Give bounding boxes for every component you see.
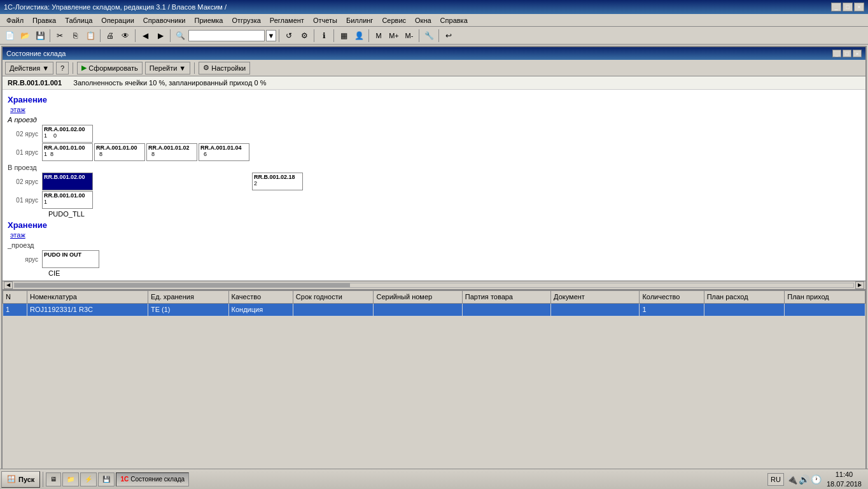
menu-references[interactable]: Справочники (139, 16, 190, 25)
print-btn[interactable]: 🖨 (103, 29, 117, 43)
menu-billing[interactable]: Биллинг (342, 16, 377, 25)
cells-a-02: RR.A.001.02.00 1 0 (42, 125, 93, 143)
minimize-btn[interactable]: _ (831, 3, 841, 11)
info-btn[interactable]: ℹ (317, 29, 331, 43)
taskbar-task-4[interactable]: 💾 (98, 472, 115, 486)
cut-btn[interactable]: ✂ (53, 29, 67, 43)
cells-b-02: RR.B.001.02.00 RR.B.001.02.18 2 (42, 173, 303, 190)
scroll-left-btn[interactable]: ◀ (4, 281, 13, 289)
grid-btn[interactable]: ▦ (337, 29, 351, 43)
settings-btn[interactable]: ⚙ Настройки (199, 62, 250, 74)
col-serial[interactable]: Серийный номер (374, 290, 462, 303)
win-close-btn[interactable]: × (853, 50, 862, 57)
users-btn[interactable]: 👤 (352, 29, 366, 43)
forward-btn[interactable]: ▶ (153, 29, 167, 43)
win-minimize-btn[interactable]: _ (832, 50, 841, 57)
menu-operations[interactable]: Операции (97, 16, 137, 25)
menu-file[interactable]: Файл (3, 16, 27, 25)
map-hscrollbar[interactable]: ◀ ▶ (3, 281, 865, 290)
scroll-right-btn[interactable]: ▶ (855, 281, 864, 289)
menu-service[interactable]: Сервис (378, 16, 410, 25)
start-button[interactable]: 🪟 Пуск (1, 471, 40, 488)
search-input[interactable] (188, 30, 265, 41)
sep1 (50, 29, 50, 42)
col-plan-expense[interactable]: План расход (704, 290, 785, 303)
menu-receiving[interactable]: Приемка (190, 16, 227, 25)
m-btn[interactable]: M (372, 29, 386, 43)
maximize-btn[interactable]: □ (843, 3, 853, 11)
col-quantity[interactable]: Количество (640, 290, 704, 303)
col-expiry[interactable]: Срок годности (293, 290, 374, 303)
cell-RRA00101002[interactable]: RR.A.001.01.00 8 (94, 143, 145, 161)
wrench-btn[interactable]: 🔧 (422, 29, 436, 43)
cell-RRB00101001[interactable]: RR.B.001.01.00 1 (42, 191, 93, 209)
tier-c-label: ярус (10, 256, 42, 263)
form-btn[interactable]: ▶ Сформировать (77, 62, 143, 74)
copy-btn[interactable]: ⎘ (68, 29, 82, 43)
cell-RRA00101001[interactable]: RR.A.001.01.00 1 8 (42, 143, 93, 161)
actions-btn[interactable]: Действия ▼ (5, 62, 53, 74)
network-icon: 🔌 (787, 474, 797, 485)
goto-btn[interactable]: Перейти ▼ (145, 62, 190, 74)
cell-RRB00102018[interactable]: RR.B.001.02.18 2 (252, 173, 303, 190)
sep7 (333, 29, 334, 42)
menu-reports[interactable]: Отчеты (309, 16, 341, 25)
taskbar-task-2[interactable]: 📁 (62, 472, 79, 486)
section-title-2: Хранение (8, 220, 863, 230)
pudo-tll-label: PUDO_TLL (10, 210, 863, 218)
lang-indicator[interactable]: RU (767, 473, 784, 486)
sep6 (314, 29, 314, 42)
settings-icon: ⚙ (203, 64, 209, 72)
taskbar-task-1[interactable]: 🖥 (46, 472, 61, 486)
col-nomenclature[interactable]: Номенклатура (27, 290, 148, 303)
undo-btn[interactable]: ↩ (442, 29, 456, 43)
filter-btn[interactable]: ⚙ (297, 29, 311, 43)
cell-RRA00101003[interactable]: RR.A.001.01.02 8 (146, 143, 197, 161)
menu-shipping[interactable]: Отгрузка (228, 16, 265, 25)
cell-RRB00102001-selected[interactable]: RR.B.001.02.00 (42, 173, 93, 190)
tier-a-02-label: 02 ярус (10, 131, 42, 138)
menu-windows[interactable]: Окна (411, 16, 435, 25)
floor-label-2[interactable]: этаж (10, 231, 863, 239)
mminus-btn[interactable]: M- (402, 29, 416, 43)
new-btn[interactable]: 📄 (3, 29, 17, 43)
cell-reference: RR.B.001.01.001 (8, 79, 62, 87)
open-btn[interactable]: 📂 (18, 29, 32, 43)
taskbar-sep (43, 472, 43, 487)
cell-n: 1 (3, 303, 27, 316)
menu-regulation[interactable]: Регламент (266, 16, 308, 25)
table-row[interactable]: 1 ROJ1192331/1 R3C ТЕ (1) Кондиция 1 (3, 303, 865, 316)
help-btn[interactable]: ? (56, 62, 69, 74)
search-dropdown[interactable]: ▼ (266, 30, 276, 41)
col-storage-unit[interactable]: Ед. хранения (148, 290, 228, 303)
col-quality[interactable]: Качество (228, 290, 293, 303)
scroll-track[interactable] (14, 283, 854, 288)
back-btn[interactable]: ◀ (138, 29, 152, 43)
menu-edit[interactable]: Правка (29, 16, 60, 25)
cell-RRA00102001[interactable]: RR.A.001.02.00 1 0 (42, 125, 93, 143)
cell-PUDO-IN-OUT[interactable]: PUDO IN OUT (42, 250, 99, 268)
aisle-c-label: _проезд (8, 241, 863, 249)
close-btn[interactable]: × (854, 3, 864, 11)
menu-table[interactable]: Таблица (61, 16, 96, 25)
taskbar-task-3[interactable]: ⚡ (80, 472, 97, 486)
menu-help[interactable]: Справка (437, 16, 472, 25)
preview-btn[interactable]: 👁 (118, 29, 132, 43)
col-n[interactable]: N (3, 290, 27, 303)
refresh-btn[interactable]: ↺ (282, 29, 296, 43)
tier-b-02-row: 02 ярус RR.B.001.02.00 RR.B.001.02.18 2 (5, 173, 863, 190)
col-document[interactable]: Документ (551, 290, 640, 303)
cell-RRA00101004[interactable]: RR.A.001.01.04 6 (199, 143, 249, 161)
floor-label-1[interactable]: этаж (10, 106, 863, 113)
save-btn[interactable]: 💾 (33, 29, 47, 43)
mplus-btn[interactable]: M+ (387, 29, 401, 43)
taskbar-task-1c[interactable]: 1С Состояние склада (116, 472, 189, 486)
win-maximize-btn[interactable]: □ (843, 50, 851, 57)
col-batch[interactable]: Партия товара (462, 290, 550, 303)
map-area[interactable]: Хранение этаж А проезд 02 ярус RR.A.001.… (3, 90, 865, 281)
col-plan-income[interactable]: План приход (785, 290, 865, 303)
search-btn[interactable]: 🔍 (173, 29, 187, 43)
paste-btn[interactable]: 📋 (83, 29, 97, 43)
taskbar-time: 11:40 18.07.2018 (824, 470, 864, 488)
tier-a-01-row: 01 ярус RR.A.001.01.00 1 8 RR.A.001.01.0… (5, 143, 863, 161)
